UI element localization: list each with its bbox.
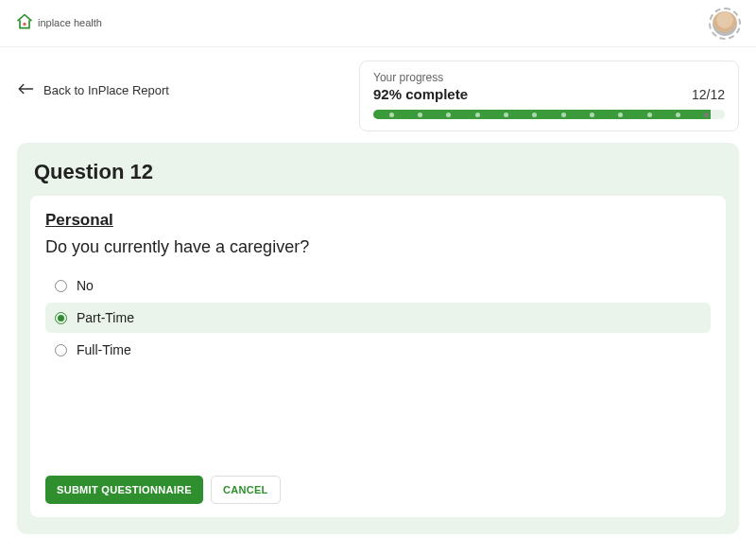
cancel-button[interactable]: CANCEL (211, 476, 281, 504)
option-part-time[interactable]: Part-Time (45, 303, 711, 333)
options-list: No Part-Time Full-Time (45, 270, 711, 365)
question-panel: Question 12 Personal Do you currently ha… (17, 143, 739, 534)
question-text: Do you currently have a caregiver? (45, 237, 711, 257)
progress-label: Your progress (373, 71, 725, 84)
radio-icon (55, 280, 67, 292)
arrow-left-icon (17, 83, 34, 97)
topbar: Back to InPlace Report Your progress 92%… (0, 47, 756, 131)
progress-percent: 92% complete (373, 86, 468, 102)
user-avatar[interactable] (709, 8, 741, 40)
question-category: Personal (45, 211, 711, 230)
action-row: SUBMIT QUESTIONNAIRE CANCEL (45, 476, 711, 504)
question-heading: Question 12 (34, 160, 726, 184)
option-label: Part-Time (77, 310, 134, 325)
app-header: inplace health (0, 0, 756, 47)
option-label: Full-Time (77, 342, 131, 357)
progress-bar (373, 110, 725, 119)
brand-name: inplace health (38, 17, 102, 28)
option-label: No (77, 278, 94, 293)
progress-card: Your progress 92% complete 12/12 (359, 61, 739, 131)
progress-count: 12/12 (692, 87, 725, 102)
avatar-image (713, 11, 737, 36)
back-link[interactable]: Back to InPlace Report (17, 61, 169, 97)
option-full-time[interactable]: Full-Time (45, 335, 711, 365)
option-no[interactable]: No (45, 270, 711, 301)
brand-logo[interactable]: inplace health (15, 12, 102, 35)
radio-icon (55, 344, 67, 356)
submit-button[interactable]: SUBMIT QUESTIONNAIRE (45, 476, 203, 504)
back-label: Back to InPlace Report (43, 83, 169, 97)
radio-icon (55, 312, 67, 324)
house-icon (15, 12, 34, 35)
progress-steps (373, 110, 725, 119)
question-card: Personal Do you currently have a caregiv… (30, 196, 726, 517)
svg-point-0 (23, 22, 26, 25)
